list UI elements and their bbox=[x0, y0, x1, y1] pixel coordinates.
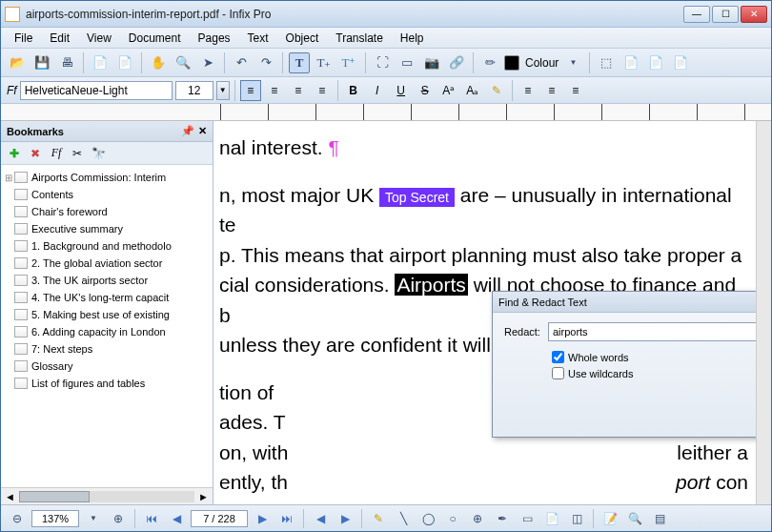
add-page-icon[interactable]: 📄 bbox=[620, 52, 641, 73]
zoom-tool-icon[interactable]: 🔍 bbox=[173, 52, 193, 73]
bookmark-item: List of figures and tables bbox=[3, 375, 211, 392]
zoom-in-icon[interactable]: ⊕ bbox=[108, 509, 129, 528]
find-dialog-title: Find & Redact Text bbox=[498, 297, 587, 308]
close-button[interactable]: ✕ bbox=[741, 6, 767, 23]
line-tool-icon[interactable]: ╲ bbox=[393, 509, 414, 528]
next-page-icon[interactable]: ▶ bbox=[252, 509, 273, 528]
menu-view[interactable]: View bbox=[79, 30, 119, 47]
align-right-icon[interactable]: ≡ bbox=[288, 80, 309, 101]
menu-file[interactable]: File bbox=[7, 30, 40, 47]
font-size-input[interactable]: 12 bbox=[175, 81, 213, 100]
font-family-select[interactable]: HelveticaNeue-Light bbox=[20, 81, 173, 100]
whole-words-checkbox[interactable] bbox=[552, 351, 564, 363]
colour-swatch-icon[interactable] bbox=[504, 55, 519, 71]
open-icon[interactable]: 📂 bbox=[7, 52, 28, 73]
line-spacing1-icon[interactable]: ≡ bbox=[518, 80, 538, 101]
new-page-icon[interactable]: 📄 bbox=[90, 52, 111, 73]
text-edit-icon[interactable]: T⁺ bbox=[338, 52, 359, 73]
colour-dropdown-icon[interactable]: ▼ bbox=[562, 52, 583, 73]
page-number-input[interactable]: 7 / 228 bbox=[191, 510, 248, 527]
font-size-dropdown-icon[interactable]: ▼ bbox=[216, 81, 230, 100]
window-title: airports-commission-interim-report.pdf -… bbox=[26, 8, 683, 21]
rect-icon[interactable]: ▭ bbox=[396, 52, 417, 73]
redact-search-input[interactable]: airports ▼ bbox=[548, 322, 756, 341]
underline-icon[interactable]: U bbox=[391, 80, 412, 101]
last-page-icon[interactable]: ⏭ bbox=[276, 509, 297, 528]
line-spacing3-icon[interactable]: ≡ bbox=[565, 80, 586, 101]
bookmark-font-icon[interactable]: Ff bbox=[49, 146, 64, 161]
pencil-tool-icon[interactable]: ✎ bbox=[368, 509, 389, 528]
undo-icon[interactable]: ↶ bbox=[231, 52, 252, 73]
menu-document[interactable]: Document bbox=[121, 30, 189, 47]
pin-icon[interactable]: 📌 bbox=[181, 125, 194, 137]
bookmark-item: ⊞Airports Commission: Interim bbox=[3, 169, 211, 186]
hand-tool-icon[interactable]: ✋ bbox=[148, 52, 169, 73]
nav-forward-icon[interactable]: ▶ bbox=[335, 509, 356, 528]
ruler bbox=[1, 104, 771, 121]
camera-icon[interactable]: 📷 bbox=[421, 52, 442, 73]
save-icon[interactable]: 💾 bbox=[31, 52, 52, 73]
format-toolbar: Ff HelveticaNeue-Light 12 ▼ ≡ ≡ ≡ ≡ B I … bbox=[1, 77, 771, 104]
maximize-button[interactable]: ☐ bbox=[712, 6, 739, 23]
rectangle-tool-icon[interactable]: ▭ bbox=[517, 509, 538, 528]
redact-label: Redact: bbox=[504, 326, 540, 338]
wildcards-checkbox[interactable] bbox=[552, 367, 564, 379]
align-left-icon[interactable]: ≡ bbox=[240, 80, 261, 101]
eyedropper-icon[interactable]: ✏ bbox=[479, 52, 500, 73]
sticky-note-icon[interactable]: 📝 bbox=[599, 509, 620, 528]
strikethrough-icon[interactable]: S bbox=[415, 80, 436, 101]
menu-translate[interactable]: Translate bbox=[328, 30, 391, 47]
nav-back-icon[interactable]: ◀ bbox=[310, 509, 331, 528]
pen-tool-icon[interactable]: ✒ bbox=[492, 509, 513, 528]
zoom-level-input[interactable]: 137% bbox=[31, 510, 79, 527]
panel-close-icon[interactable]: ✕ bbox=[198, 125, 207, 137]
line-spacing2-icon[interactable]: ≡ bbox=[541, 80, 562, 101]
delete-page-icon[interactable]: 📄 bbox=[670, 52, 691, 73]
note-tool-icon[interactable]: 📄 bbox=[541, 509, 562, 528]
bookmark-binoculars-icon[interactable]: 🔭 bbox=[91, 146, 106, 161]
pointer-tool-icon[interactable]: ➤ bbox=[197, 52, 218, 73]
minimize-button[interactable]: — bbox=[683, 6, 710, 23]
document-area[interactable]: nal interest. ¶ n, most major UK Top Sec… bbox=[213, 121, 756, 504]
bookmarks-hscrollbar[interactable]: ◄ ► bbox=[1, 487, 213, 504]
zoom-status-icon[interactable]: 🔍 bbox=[624, 509, 645, 528]
superscript-icon[interactable]: Aᵃ bbox=[438, 80, 459, 101]
italic-icon[interactable]: I bbox=[367, 80, 388, 101]
bookmark-delete-icon[interactable]: ✖ bbox=[28, 146, 43, 161]
ellipse-tool-icon[interactable]: ◯ bbox=[417, 509, 438, 528]
prev-page-icon[interactable]: ◀ bbox=[166, 509, 187, 528]
text-tool-icon[interactable]: T bbox=[289, 52, 310, 73]
circle-tool-icon[interactable]: ○ bbox=[442, 509, 463, 528]
menu-object[interactable]: Object bbox=[278, 30, 327, 47]
bookmark-add-icon[interactable]: ✚ bbox=[7, 146, 22, 161]
align-justify-icon[interactable]: ≡ bbox=[312, 80, 333, 101]
remove-page-icon[interactable]: 📄 bbox=[645, 52, 666, 73]
bookmark-find-icon[interactable]: ✂ bbox=[70, 146, 85, 161]
menu-text[interactable]: Text bbox=[240, 30, 276, 47]
bold-icon[interactable]: B bbox=[343, 80, 364, 101]
zoom-dropdown-icon[interactable]: ▼ bbox=[83, 509, 104, 528]
menu-pages[interactable]: Pages bbox=[191, 30, 238, 47]
align-center-icon[interactable]: ≡ bbox=[264, 80, 285, 101]
text-plus-icon[interactable]: T₊ bbox=[314, 52, 335, 73]
menu-edit[interactable]: Edit bbox=[42, 30, 77, 47]
insert-field-icon[interactable]: ⬚ bbox=[596, 52, 617, 73]
vertical-scrollbar[interactable] bbox=[756, 121, 771, 504]
stamp-tool-icon[interactable]: ◫ bbox=[566, 509, 587, 528]
bookmarks-tree[interactable]: ⊞Airports Commission: Interim Contents C… bbox=[1, 165, 213, 487]
zoom-out-icon[interactable]: ⊖ bbox=[7, 509, 28, 528]
menu-help[interactable]: Help bbox=[393, 30, 432, 47]
highlight-icon[interactable]: ✎ bbox=[486, 80, 507, 101]
first-page-icon[interactable]: ⏮ bbox=[141, 509, 162, 528]
redo-icon[interactable]: ↷ bbox=[255, 52, 276, 73]
subscript-icon[interactable]: Aₐ bbox=[462, 80, 483, 101]
crop-icon[interactable]: ⛶ bbox=[372, 52, 393, 73]
print-icon[interactable]: 🖶 bbox=[56, 52, 77, 73]
next-page-tool-icon[interactable]: 📄 bbox=[114, 52, 135, 73]
font-family-prefix: Ff bbox=[7, 84, 17, 97]
bookmark-item: 2. The global aviation sector bbox=[3, 255, 211, 272]
link-icon[interactable]: 🔗 bbox=[446, 52, 467, 73]
toggle-view-icon[interactable]: ▤ bbox=[649, 509, 670, 528]
whole-words-label: Whole words bbox=[568, 352, 629, 363]
add-tool-icon[interactable]: ⊕ bbox=[467, 509, 488, 528]
